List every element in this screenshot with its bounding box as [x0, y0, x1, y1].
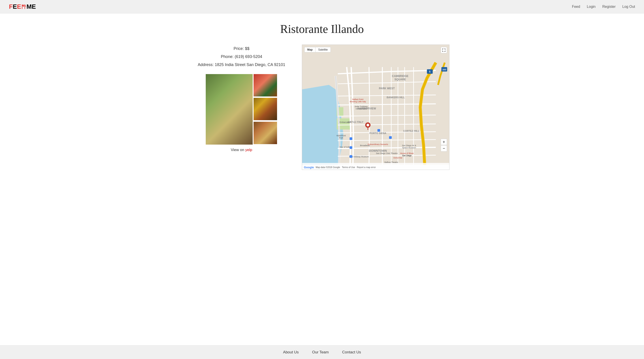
restaurant-title: Ristorante Illando — [14, 22, 630, 36]
logo-f: F — [9, 3, 13, 10]
nav-logout[interactable]: Log Out — [622, 5, 635, 9]
footer-our-team[interactable]: Our Team — [312, 350, 329, 354]
footer-contact-us[interactable]: Contact Us — [342, 350, 361, 354]
map-attribution: Google Map data ©2018 Google Terms of Us… — [302, 165, 449, 170]
svg-text:Park: Park — [339, 137, 343, 139]
content-grid: Price: $$ Phone: (619) 693-5204 Address:… — [166, 45, 478, 170]
photo-bot-right — [254, 122, 277, 144]
svg-rect-46 — [378, 129, 380, 132]
map-svg: 5 163 CAMBRIDGE SQUARE PARK WEST BANKERS… — [302, 45, 449, 170]
nav-login[interactable]: Login — [587, 5, 596, 9]
svg-text:Solar Turbines: Solar Turbines — [355, 105, 368, 108]
zoom-out-button[interactable]: − — [441, 145, 447, 152]
fork-knife-icon — [21, 4, 26, 9]
yelp-link-container: View on yelp — [194, 148, 288, 152]
svg-text:CAMBRIDGE: CAMBRIDGE — [392, 75, 408, 78]
logo-e1: E — [13, 3, 17, 10]
address: Address: 1825 India Street San Diego, CA… — [194, 61, 288, 69]
map-tabs: Map Satellite — [304, 47, 331, 52]
svg-text:BANKERS HILL: BANKERS HILL — [386, 96, 405, 99]
logo-me: ME — [26, 3, 36, 10]
logo-e2: E — [17, 3, 21, 10]
svg-text:5: 5 — [429, 70, 430, 73]
svg-line-5 — [25, 5, 26, 7]
svg-rect-47 — [389, 136, 392, 139]
nav-feed[interactable]: Feed — [572, 5, 580, 9]
nav-register[interactable]: Register — [602, 5, 616, 9]
header: FEE ME Feed Login Register Log Out — [0, 0, 644, 14]
photo-2-placeholder — [254, 74, 277, 97]
svg-text:Broadway: Broadway — [360, 144, 370, 147]
svg-text:House of Blues: House of Blues — [400, 152, 414, 154]
map-container: Map Satellite — [302, 45, 450, 170]
google-logo: Google — [304, 166, 314, 169]
photo-main — [206, 74, 253, 145]
svg-text:Ballast Point: Ballast Point — [352, 98, 363, 101]
expand-icon — [442, 49, 446, 52]
svg-text:Incorporated: Incorporated — [356, 108, 367, 110]
main-content: Ristorante Illando Price: $$ Phone: (619… — [0, 14, 644, 345]
nav: Feed Login Register Log Out — [572, 5, 635, 9]
photo-1-placeholder — [206, 74, 253, 145]
svg-text:DOWNTOWN: DOWNTOWN — [369, 149, 387, 152]
svg-text:San Diego: San Diego — [402, 154, 412, 157]
svg-text:Space Museum: Space Museum — [402, 147, 416, 149]
svg-rect-43 — [350, 137, 352, 140]
terms-link[interactable]: Terms of Use — [342, 166, 355, 169]
phone: Phone: (619) 693-5204 — [194, 53, 288, 61]
map-controls: + − — [441, 139, 447, 152]
svg-text:San Diego Civic Theatre: San Diego Civic Theatre — [376, 152, 398, 154]
svg-text:Brewing Little Italy: Brewing Little Italy — [350, 101, 366, 103]
price: Price: $$ — [194, 45, 288, 53]
photo-top-right — [254, 74, 277, 97]
svg-text:Waterfront: Waterfront — [336, 135, 346, 137]
report-link[interactable]: Report a map error — [357, 166, 376, 169]
map-wrapper: Map Satellite — [302, 45, 450, 170]
svg-text:163: 163 — [442, 68, 446, 71]
svg-text:San Diego Air &: San Diego Air & — [402, 144, 416, 147]
svg-text:CORTEZ HILL: CORTEZ HILL — [403, 130, 420, 132]
svg-text:Extraordinary Desserts: Extraordinary Desserts — [368, 143, 388, 146]
footer: About Us Our Team Contact Us — [0, 345, 644, 359]
yelp-label: View on — [231, 148, 245, 152]
map-tab-map[interactable]: Map — [304, 47, 316, 52]
restaurant-info: Price: $$ Phone: (619) 693-5204 Address:… — [194, 45, 288, 69]
svg-text:Embarcadero: Embarcadero — [340, 121, 352, 123]
svg-text:PORTO SIENA: PORTO SIENA — [370, 132, 386, 135]
logo[interactable]: FEE ME — [9, 3, 36, 10]
photo-3-placeholder — [254, 98, 277, 120]
svg-text:PARK WEST: PARK WEST — [379, 87, 395, 90]
zoom-in-button[interactable]: + — [441, 139, 447, 145]
svg-text:Donut Bar: Donut Bar — [393, 157, 402, 159]
svg-point-42 — [366, 124, 369, 126]
map-expand-button[interactable] — [441, 47, 447, 53]
photos-grid — [206, 74, 277, 145]
svg-rect-44 — [350, 146, 352, 149]
map-tab-satellite[interactable]: Satellite — [316, 47, 330, 52]
left-panel: Price: $$ Phone: (619) 693-5204 Address:… — [194, 45, 288, 152]
photo-4-placeholder — [254, 122, 277, 144]
svg-text:SQUARE: SQUARE — [394, 78, 406, 81]
svg-text:Star of India: Star of India — [340, 146, 350, 148]
map-data-text: Map data ©2018 Google — [316, 166, 340, 169]
footer-about-us[interactable]: About Us — [283, 350, 299, 354]
yelp-link[interactable]: yelp — [245, 148, 252, 152]
svg-rect-45 — [350, 155, 352, 158]
photo-mid-right — [254, 98, 277, 120]
